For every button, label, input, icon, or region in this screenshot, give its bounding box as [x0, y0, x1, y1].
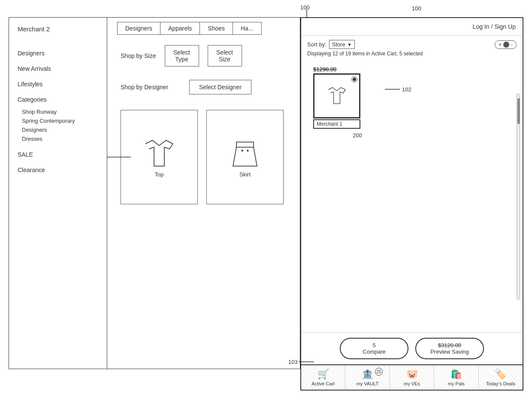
deals-label: Today's Deals — [486, 381, 515, 386]
right-product-item[interactable]: $1298.00 Merchant 1 — [313, 66, 360, 129]
tab-designers[interactable]: Designers — [117, 22, 160, 35]
product-card-skirt-container: Skirt — [206, 110, 284, 204]
nav-shop-runway[interactable]: Shop Runway — [18, 107, 98, 116]
tab-handbags[interactable]: Ha... — [233, 22, 262, 35]
bottom-nav-ves[interactable]: 🐷 my VEs — [390, 365, 434, 390]
ref-102: 102 — [385, 85, 411, 94]
bottom-buttons: 5 Compare $3120.00 Preview Saving — [301, 332, 523, 364]
select-type-button[interactable]: Select Type — [165, 45, 199, 67]
bottom-nav: 🛒 Active Cart 25 🏦 my VAULT 🐷 my VEs 🛍️ … — [301, 364, 523, 390]
ves-icon: 🐷 — [406, 369, 418, 380]
toggle-dot-icon — [503, 42, 509, 48]
select-designer-button[interactable]: Select Designer — [189, 80, 251, 94]
vault-badge: 25 — [375, 368, 383, 376]
label-101-line — [107, 153, 133, 161]
ref-102-line — [385, 85, 402, 94]
merchant-title: Merchant 2 — [9, 18, 107, 37]
compare-count: 5 — [353, 342, 396, 348]
sort-select[interactable]: Store ▼ — [329, 40, 355, 49]
product-name-top: Top — [155, 171, 164, 178]
product-grid: Top 101 — [112, 104, 300, 210]
filter-row: Shop by Size Select Type Select Size — [112, 39, 300, 73]
deals-icon: 🏷️ — [495, 369, 506, 380]
nav-clearance[interactable]: Clearance — [18, 162, 98, 178]
sort-row: Sort by: Store ▼ + - — [307, 40, 517, 49]
ves-label: my VEs — [404, 381, 420, 386]
svg-rect-1 — [236, 142, 254, 147]
pals-label: my Pals — [448, 381, 465, 386]
ref-103: 103 — [288, 357, 315, 366]
ref-200: 200 — [353, 132, 362, 139]
right-header: Log In / Sign Up — [301, 18, 523, 36]
nav-sale[interactable]: SALE — [18, 147, 98, 162]
toggle-switch[interactable]: + - — [495, 40, 517, 49]
select-size-button[interactable]: Select Size — [208, 45, 242, 67]
skirt-icon — [228, 137, 262, 171]
vault-label: my VAULT — [357, 381, 379, 386]
ref-100-label: 100 — [412, 5, 421, 12]
preview-label: Preview Saving — [430, 348, 469, 355]
nav-spring-contemporary[interactable]: Spring Contemporary — [18, 116, 98, 125]
shop-by-designer-label: Shop by Designer — [121, 84, 189, 91]
right-product-box[interactable] — [313, 73, 360, 118]
nav-lifestyles[interactable]: Lifestyles — [18, 76, 98, 92]
compare-button[interactable]: 5 Compare — [340, 338, 408, 359]
compare-label: Compare — [363, 348, 385, 355]
sort-bar: Sort by: Store ▼ + - Displaying 12 of 19… — [301, 36, 523, 59]
outer-container: Designers Apparels Shoes Ha... Shop by S… — [9, 17, 523, 395]
ref-100-top: 100 — [300, 4, 310, 11]
right-scrollbar[interactable] — [517, 94, 520, 300]
product-card-skirt[interactable]: Skirt — [206, 110, 284, 204]
nav-items: Designers New Arrivals Lifestyles Catego… — [9, 37, 107, 186]
active-cart-label: Active Cart — [311, 381, 335, 386]
tab-shoes[interactable]: Shoes — [200, 22, 233, 35]
toggle-plus: + — [499, 42, 502, 48]
bottom-nav-active-cart[interactable]: 🛒 Active Cart — [301, 365, 345, 390]
sort-label: Sort by: — [307, 41, 326, 48]
pals-icon: 🛍️ — [450, 369, 462, 380]
bottom-nav-vault[interactable]: 25 🏦 my VAULT — [345, 365, 390, 390]
vault-icon: 🏦 — [362, 369, 373, 380]
bottom-nav-pals[interactable]: 🛍️ my Pals — [434, 365, 478, 390]
svg-point-4 — [247, 149, 249, 151]
tab-apparels[interactable]: Apparels — [160, 22, 200, 35]
displaying-text: Displaying 12 of 19 items in Active Cart… — [307, 51, 517, 57]
shirt-icon — [142, 137, 176, 171]
nav-new-arrivals[interactable]: New Arrivals — [18, 61, 98, 76]
right-product-area: $1298.00 Merchant 1 102 200 — [301, 59, 523, 332]
ref-100-line — [306, 9, 307, 18]
toggle-minus: - — [511, 42, 513, 48]
product-top-container: Top 101 — [121, 110, 198, 204]
preview-price: $3120.00 — [428, 342, 471, 348]
sort-arrow-icon: ▼ — [347, 42, 352, 47]
svg-point-3 — [241, 149, 243, 151]
right-panel: 100 Log In / Sign Up Sort by: Store ▼ + … — [300, 17, 523, 391]
tab-bar: Designers Apparels Shoes Ha... — [112, 18, 300, 39]
login-link[interactable]: Log In / Sign Up — [473, 23, 516, 30]
nav-dresses[interactable]: Dresses — [18, 134, 98, 143]
product-name-skirt: Skirt — [239, 171, 251, 178]
shop-by-designer-section: Shop by Designer Select Designer — [112, 75, 300, 100]
active-cart-icon: 🛒 — [317, 369, 329, 380]
shop-by-size-label: Shop by Size — [121, 52, 156, 59]
right-product-merchant: Merchant 1 — [313, 119, 360, 129]
scrollbar-thumb — [517, 98, 520, 124]
nav-designers-sub[interactable]: Designers — [18, 125, 98, 134]
right-product-price: $1298.00 — [313, 66, 360, 73]
ref-103-line — [298, 357, 315, 366]
selected-dot-icon — [351, 76, 357, 82]
preview-saving-button[interactable]: $3120.00 Preview Saving — [415, 338, 484, 359]
nav-designers[interactable]: Designers — [18, 45, 98, 61]
nav-categories[interactable]: Categories — [18, 92, 98, 107]
right-shirt-icon — [326, 85, 348, 107]
bottom-nav-deals[interactable]: 🏷️ Today's Deals — [479, 365, 523, 390]
left-sidebar: Merchant 2 Designers New Arrivals Lifest… — [9, 17, 107, 369]
svg-marker-2 — [233, 147, 257, 166]
sort-value: Store — [332, 41, 345, 48]
